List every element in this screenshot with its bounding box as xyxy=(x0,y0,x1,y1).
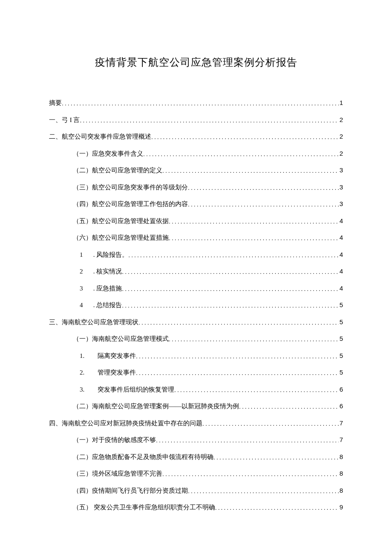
toc-entry: 一、弓 I 言 2 xyxy=(49,116,343,124)
toc-label: （四）疫情期间飞行员飞行部分资质过期 xyxy=(49,487,188,495)
toc-text: . 应急措施 xyxy=(92,285,122,292)
document-page: 疫情背景下航空公司应急管理案例分析报告 摘要1一、弓 I 言 2二、航空公司突发… xyxy=(0,0,392,555)
toc-label: 2 . 核实情况 xyxy=(49,267,122,276)
toc-label: （二）航空公司应急管理的定义 xyxy=(49,166,162,174)
toc-page-number: 2 xyxy=(339,133,343,140)
toc-number: 3. xyxy=(80,386,98,393)
toc-label: （四）航空公司应急管理工作包括的内容 xyxy=(49,200,188,208)
toc-page-number: 2 xyxy=(339,116,343,123)
toc-page-number: 9 xyxy=(339,503,343,511)
toc-leader-dots xyxy=(169,218,339,225)
toc-label: 一、弓 I 言 xyxy=(49,116,80,124)
toc-entry: 摘要1 xyxy=(49,99,343,107)
toc-page-number: 5 xyxy=(339,318,343,325)
toc-leader-dots xyxy=(136,369,339,376)
toc-page-number: 4 xyxy=(339,217,343,224)
toc-leader-dots xyxy=(239,403,339,410)
toc-label: 1 . 风险报告。 xyxy=(49,251,128,259)
toc-leader-dots xyxy=(215,504,339,511)
toc-text: 突发事件后组织的恢复管理 xyxy=(98,386,174,393)
toc-label: （二）应急物质配备不足及物质申领流程有待明确 xyxy=(49,453,213,461)
toc-leader-dots xyxy=(151,134,339,140)
toc-label: （三）航空公司应急突发事件的等级划分 xyxy=(49,183,188,192)
toc-number: 1 xyxy=(80,251,92,259)
toc-page-number: 4 xyxy=(339,267,343,275)
toc-label: （三）境外区域应急管理不完善 xyxy=(49,470,162,478)
toc-number: 4 xyxy=(80,302,92,309)
toc-leader-dots xyxy=(174,386,339,393)
toc-page-number: 6 xyxy=(339,386,343,393)
toc-entry: （二）海南航空公司应急管理案例——以新冠肺炎疫情为例6 xyxy=(49,402,343,410)
toc-entry: 二、航空公司突发事件应急管理概述2 xyxy=(49,133,343,141)
toc-entry: （三）航空公司应急突发事件的等级划分3 xyxy=(49,183,343,192)
toc-leader-dots xyxy=(122,285,338,292)
toc-label: 4 . 总结报告 xyxy=(49,301,122,309)
toc-page-number: 7 xyxy=(339,419,343,427)
toc-label: （五） 突发公共卫生事件应急组织职责分工不明确 xyxy=(49,503,215,511)
toc-leader-dots xyxy=(188,201,339,208)
toc-number: 2 xyxy=(80,268,92,275)
toc-entry: （五）航空公司应急管理处置依据4 xyxy=(49,217,343,225)
toc-text: . 总结报告 xyxy=(92,302,122,308)
toc-label: 3.突发事件后组织的恢复管理 xyxy=(49,386,174,394)
toc-text: . 核实情况 xyxy=(92,268,122,275)
toc-page-number: 5 xyxy=(339,301,343,308)
toc-entry: （三）境外区域应急管理不完善8 xyxy=(49,470,343,478)
toc-label: 3 . 应急措施 xyxy=(49,285,122,293)
document-title: 疫情背景下航空公司应急管理案例分析报告 xyxy=(49,55,343,69)
toc-page-number: 4 xyxy=(339,234,343,241)
toc-label: （一）对于疫情的敏感度不够 xyxy=(49,436,156,444)
toc-entry: 3 . 应急措施 4 xyxy=(49,285,343,293)
toc-text: 管理突发事件 xyxy=(98,369,136,376)
toc-label: 1.隔离突发事件 xyxy=(49,352,136,360)
toc-number: 2. xyxy=(80,369,98,376)
toc-entry: 4 . 总结报告 5 xyxy=(49,301,343,309)
toc-leader-dots xyxy=(188,184,339,191)
toc-leader-dots xyxy=(122,302,338,309)
toc-entry: （六）航空公司应急管理处置措施4 xyxy=(49,234,343,242)
toc-label: 二、航空公司突发事件应急管理概述 xyxy=(49,133,151,141)
toc-leader-dots xyxy=(162,167,339,174)
toc-leader-dots xyxy=(136,353,339,360)
toc-label: 2.管理突发事件 xyxy=(49,369,136,377)
toc-entry: 3.突发事件后组织的恢复管理6 xyxy=(49,386,343,394)
toc-entry: 1.隔离突发事件5 xyxy=(49,352,343,360)
toc-label: （五）航空公司应急管理处置依据 xyxy=(49,217,169,225)
toc-page-number: 1 xyxy=(339,99,343,106)
toc-page-number: 3 xyxy=(339,166,343,174)
toc-label: （六）航空公司应急管理处置措施 xyxy=(49,234,169,242)
toc-page-number: 5 xyxy=(339,369,343,376)
toc-entry: （四）疫情期间飞行员飞行部分资质过期8 xyxy=(49,487,343,495)
toc-page-number: 7 xyxy=(339,436,343,443)
toc-label: （二）海南航空公司应急管理案例——以新冠肺炎疫情为例 xyxy=(49,402,239,410)
toc-number: 3 xyxy=(80,285,92,292)
toc-page-number: 8 xyxy=(339,487,343,494)
toc-leader-dots xyxy=(169,235,339,241)
toc-page-number: 6 xyxy=(339,402,343,410)
toc-text: 隔离突发事件 xyxy=(98,352,136,359)
toc-entry: （二）航空公司应急管理的定义3 xyxy=(49,166,343,174)
toc-leader-dots xyxy=(156,437,339,444)
toc-page-number: 8 xyxy=(339,470,343,477)
toc-leader-dots xyxy=(80,117,339,124)
toc-leader-dots xyxy=(138,319,339,326)
toc-entry: （五） 突发公共卫生事件应急组织职责分工不明确9 xyxy=(49,503,343,511)
toc-page-number: 3 xyxy=(339,183,343,191)
toc-entry: 四、海南航空公司应对新冠肺炎疫情处置中存在的问题7 xyxy=(49,419,343,427)
toc-page-number: 4 xyxy=(339,285,343,292)
toc-leader-dots xyxy=(128,252,338,259)
toc-entry: 1 . 风险报告。 4 xyxy=(49,251,343,259)
toc-label: 三、海南航空公司应急管理现状 xyxy=(49,318,138,326)
toc-page-number: 3 xyxy=(339,200,343,207)
toc-leader-dots xyxy=(188,488,339,494)
toc-leader-dots xyxy=(162,471,339,477)
toc-label: （一）海南航空公司应急管理模式 xyxy=(49,335,169,343)
toc-entry: （四）航空公司应急管理工作包括的内容3 xyxy=(49,200,343,208)
toc-page-number: 4 xyxy=(339,251,343,258)
toc-entry: （一）应急突发事件含义2 xyxy=(49,150,343,158)
toc-entry: （一）对于疫情的敏感度不够7 xyxy=(49,436,343,444)
toc-leader-dots xyxy=(213,454,339,461)
toc-page-number: 8 xyxy=(339,453,343,460)
toc-entry: （二）应急物质配备不足及物质申领流程有待明确8 xyxy=(49,453,343,461)
table-of-contents: 摘要1一、弓 I 言 2二、航空公司突发事件应急管理概述2（一）应急突发事件含义… xyxy=(49,99,343,511)
